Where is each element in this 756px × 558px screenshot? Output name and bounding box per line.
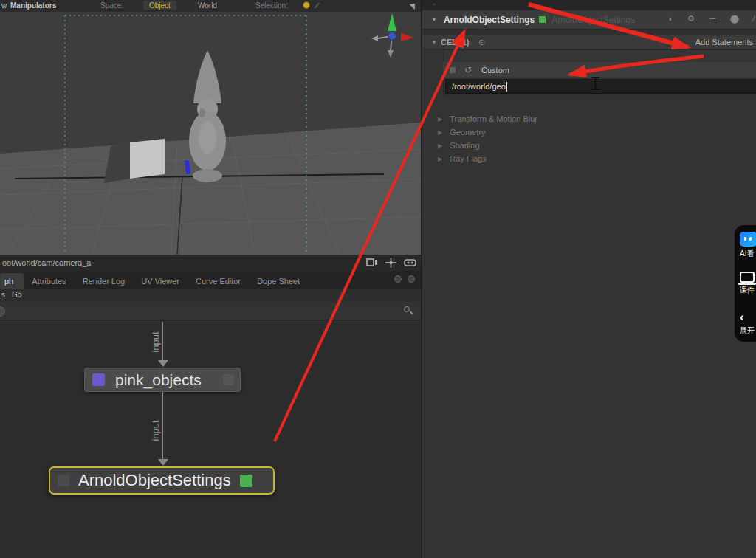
- node-label: pink_objects: [115, 371, 202, 389]
- node-arnold-object-settings[interactable]: ArnoldObjectSettings: [49, 466, 275, 495]
- tab-uv-viewer[interactable]: UV Viewer: [133, 273, 188, 289]
- nodegraph-menubar: s Go: [0, 289, 421, 302]
- cel-path-value: /root/world/geo: [452, 82, 506, 91]
- panel-header-icons: ◐ ⚙ ⚌ ⬤ ⁄: [668, 14, 755, 24]
- section-label: Transform & Motion Blur: [450, 114, 537, 123]
- 3d-viewport[interactable]: [0, 12, 421, 255]
- parameters-panel: ▫ ▼ ArnoldObjectSettings ArnoldObjectSet…: [421, 0, 756, 558]
- node-color-swatch: [92, 373, 105, 386]
- collapse-triangle-icon[interactable]: ▼: [431, 16, 437, 23]
- wedge-icon[interactable]: ⚌: [709, 14, 716, 24]
- application-window: w Manipulators Space: Object World Selec…: [0, 0, 756, 558]
- menu-label-selection: Selection:: [255, 1, 288, 10]
- gear-icon[interactable]: ⚙: [687, 14, 695, 24]
- panel-sub-strip: [422, 30, 756, 35]
- expand-triangle-icon: ▶: [438, 142, 442, 149]
- section-ray-flags[interactable]: ▶ Ray Flags: [422, 152, 756, 165]
- node-flag-notch[interactable]: [58, 475, 69, 486]
- viewport-scene: [0, 12, 421, 255]
- wire-top-arrowhead-icon: [158, 360, 168, 367]
- nodegraph-toolbar: [0, 302, 421, 320]
- camera-view-icon[interactable]: [366, 258, 378, 267]
- selection-mode-icon[interactable]: [303, 1, 310, 9]
- ai-robot-icon: [740, 232, 756, 247]
- node-enabled-indicator[interactable]: [240, 475, 252, 487]
- floating-assistant-panel: AI看 课件 ‹ 展开: [735, 225, 756, 342]
- cel-group-bar: ▼ CEL (1) ⊙ Add Statements: [422, 35, 756, 49]
- contrast-icon[interactable]: ◐: [668, 14, 673, 24]
- panel-top-strip: ▫: [422, 0, 756, 10]
- chevron-left-icon: ‹: [740, 311, 756, 323]
- menu-label-space: Space:: [100, 1, 123, 10]
- menu-item-object[interactable]: Object: [143, 1, 176, 10]
- node-label: ArnoldObjectSettings: [78, 471, 231, 490]
- tab-render-log[interactable]: Render Log: [75, 273, 134, 289]
- wrench-icon[interactable]: ⁄: [753, 14, 755, 24]
- wire-top: [162, 322, 163, 362]
- expand-triangle-icon: ▶: [438, 116, 442, 123]
- section-geometry[interactable]: ▶ Geometry: [422, 125, 756, 139]
- tab-curve-editor[interactable]: Curve Editor: [188, 273, 249, 289]
- menu-item-world[interactable]: World: [198, 1, 217, 10]
- cel-label[interactable]: CEL (1): [441, 38, 469, 46]
- viewport-menubar: w Manipulators Space: Object World Selec…: [0, 0, 421, 12]
- card-plane[interactable]: [130, 139, 165, 179]
- node-pink-objects[interactable]: pink_objects: [84, 368, 241, 392]
- pane-close-icon[interactable]: [408, 275, 415, 283]
- viewport-status-bar: oot/world/cam/camera_a: [0, 255, 421, 271]
- node-name-title[interactable]: ArnoldObjectSettings: [444, 15, 535, 25]
- text-caret: [506, 82, 507, 92]
- expand-triangle-icon: ▶: [438, 129, 442, 136]
- custom-statement-row: ↺ Custom: [443, 62, 756, 78]
- search-icon[interactable]: [403, 306, 413, 316]
- section-label: Shading: [450, 141, 479, 150]
- comment-icon[interactable]: ⬤: [730, 14, 739, 24]
- expand-triangle-icon: ▶: [438, 156, 442, 162]
- menu-item-manipulators[interactable]: Manipulators: [10, 1, 56, 10]
- nodegraph-canvas[interactable]: input pink_objects input ArnoldObjectSet…: [0, 320, 421, 558]
- axis-gizmo-icon: [371, 13, 413, 58]
- tab-node-graph[interactable]: ph: [0, 273, 24, 289]
- statement-handle-icon[interactable]: [450, 67, 456, 73]
- expand-label: 展开: [740, 326, 756, 336]
- cel-menu-icon[interactable]: ⊙: [478, 38, 485, 47]
- nodegraph-menu-go[interactable]: Go: [12, 291, 21, 299]
- ai-assistant-button[interactable]: AI看: [740, 232, 756, 259]
- add-statements-button[interactable]: Add Statements: [695, 38, 753, 46]
- pane-settings-icon[interactable]: [394, 275, 402, 283]
- courseware-label: 课件: [740, 285, 756, 295]
- pan-move-icon[interactable]: [385, 258, 396, 268]
- custom-statement-label[interactable]: Custom: [481, 66, 509, 75]
- laptop-icon: [740, 272, 755, 283]
- node-flag-notch[interactable]: [223, 374, 234, 385]
- input-port-label: input: [150, 420, 161, 441]
- viewport-menu-tool-icon[interactable]: ◥: [409, 1, 415, 11]
- section-shading[interactable]: ▶ Shading: [422, 139, 756, 152]
- cel-collapse-icon[interactable]: ▼: [431, 39, 437, 46]
- ai-button-label: AI看: [740, 249, 756, 259]
- nodegraph-menu-partial[interactable]: s: [1, 291, 5, 299]
- section-label: Geometry: [450, 128, 485, 137]
- section-transform-motion-blur[interactable]: ▶ Transform & Motion Blur: [422, 112, 756, 125]
- tab-dope-sheet[interactable]: Dope Sheet: [249, 273, 308, 289]
- pane-tabbar: ph Attributes Render Log UV Viewer Curve…: [0, 271, 421, 289]
- toolbar-node-icon[interactable]: [0, 306, 5, 317]
- parameter-sections: ▶ Transform & Motion Blur ▶ Geometry ▶ S…: [422, 112, 756, 165]
- selection-brush-icon[interactable]: ∕∕: [316, 1, 318, 10]
- node-type-ghost-label: ArnoldObjectSettings: [551, 15, 635, 25]
- cel-path-input[interactable]: /root/world/geo: [445, 79, 756, 94]
- expand-button[interactable]: ‹ 展开: [740, 311, 756, 336]
- input-port-label: input: [150, 331, 161, 352]
- panel-strip-icon[interactable]: ▫: [433, 1, 435, 8]
- wire-bottom: [162, 392, 163, 461]
- courseware-button[interactable]: 课件: [740, 272, 756, 295]
- wire-bottom-arrowhead-icon: [158, 459, 168, 466]
- menu-item-partial[interactable]: w: [1, 1, 7, 10]
- camera-path[interactable]: oot/world/cam/camera_a: [2, 258, 91, 267]
- steadicam-icon[interactable]: [404, 258, 416, 267]
- reset-icon[interactable]: ↺: [464, 65, 472, 75]
- node-status-square: [539, 16, 546, 23]
- section-label: Ray Flags: [450, 154, 487, 163]
- tab-attributes[interactable]: Attributes: [24, 273, 74, 289]
